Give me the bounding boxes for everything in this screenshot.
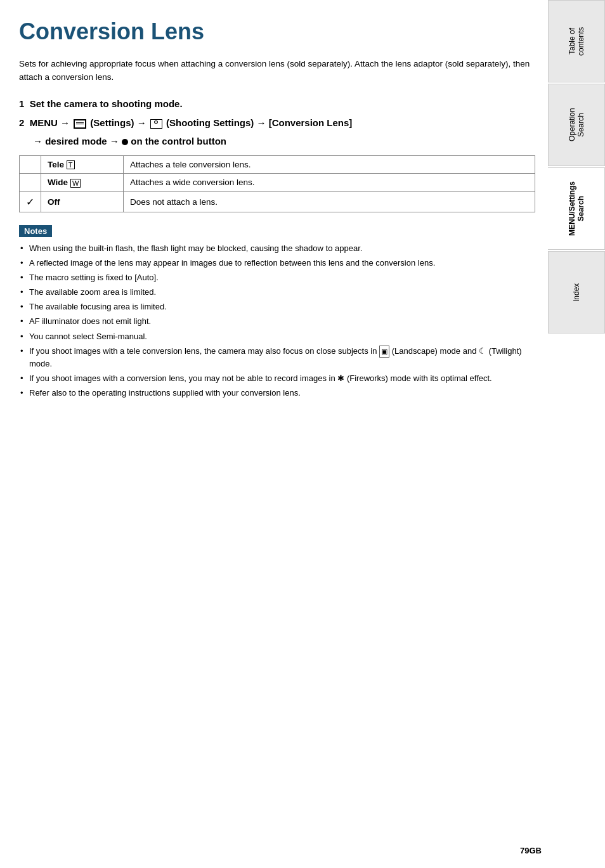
table-option-wide: Wide W	[41, 174, 124, 191]
step-1-number: 1	[19, 98, 27, 109]
step-2-line2: → desired mode → on the control button	[33, 136, 535, 146]
fireworks-icon: ✱	[337, 373, 344, 383]
table-desc-off: Does not attach a lens.	[124, 191, 535, 212]
tele-label: Tele T	[48, 160, 75, 169]
wide-icon: W	[70, 179, 81, 188]
notes-section: Notes When using the built-in flash, the…	[19, 225, 535, 400]
step-2-line1: MENU → (Settings) → (Shooting Settings) …	[30, 117, 353, 128]
step-1: 1 Set the camera to shooting mode.	[19, 97, 535, 112]
sidebar-tab-operation[interactable]: OperationSearch	[548, 84, 605, 166]
landscape-icon: ▣	[379, 346, 389, 358]
note-item: A reflected image of the lens may appear…	[19, 257, 535, 269]
step-2-number: 2	[19, 117, 27, 128]
note-item: The available focusing area is limited.	[19, 301, 535, 313]
tele-icon: T	[67, 160, 75, 169]
notes-header: Notes	[19, 225, 52, 237]
sidebar-tab-toc[interactable]: Table ofcontents	[548, 0, 605, 82]
menu-icon	[74, 119, 86, 129]
steps-section: 1 Set the camera to shooting mode. 2 MEN…	[19, 97, 535, 146]
note-item: AF illuminator does not emit light.	[19, 315, 535, 328]
note-item: You cannot select Semi-manual.	[19, 330, 535, 343]
sidebar-tab-menu[interactable]: MENU/SettingsSearch	[548, 167, 605, 250]
circle-bullet-icon	[122, 139, 128, 145]
page-number: 79GB	[520, 846, 542, 855]
note-item: Refer also to the operating instructions…	[19, 387, 535, 399]
table-desc-wide: Attaches a wide conversion lens.	[124, 174, 535, 191]
index-tab-label: Index	[572, 283, 581, 301]
sidebar-tab-index[interactable]: Index	[548, 251, 605, 334]
page-title: Conversion Lens	[19, 19, 535, 44]
table-option-tele: Tele T	[41, 155, 124, 173]
main-content: Conversion Lens Sets for achieving appro…	[19, 0, 535, 439]
wide-label: Wide W	[48, 178, 81, 187]
table-row: Tele T Attaches a tele conversion lens.	[20, 155, 535, 173]
settings-table: Tele T Attaches a tele conversion lens. …	[19, 155, 535, 212]
note-item: The macro setting is fixed to [Auto].	[19, 271, 535, 284]
table-check-off: ✓	[20, 191, 41, 212]
table-check-wide	[20, 174, 41, 191]
toc-tab-label: Table ofcontents	[568, 27, 585, 55]
intro-text: Sets for achieving appropriate focus whe…	[19, 57, 535, 84]
note-item: If you shoot images with a conversion le…	[19, 372, 535, 385]
table-row: ✓ Off Does not attach a lens.	[20, 191, 535, 212]
step-2: 2 MENU → (Settings) → (Shooting Settings…	[19, 116, 535, 131]
table-desc-tele: Attaches a tele conversion lens.	[124, 155, 535, 173]
notes-list: When using the built-in flash, the flash…	[19, 242, 535, 400]
step-1-text: Set the camera to shooting mode.	[30, 98, 183, 109]
right-sidebar: Table ofcontents OperationSearch MENU/Se…	[548, 0, 605, 868]
table-check-tele	[20, 155, 41, 173]
camera-settings-icon	[150, 119, 162, 129]
table-option-off: Off	[41, 191, 124, 212]
table-row: Wide W Attaches a wide conversion lens.	[20, 174, 535, 191]
menu-tab-label: MENU/SettingsSearch	[568, 181, 585, 236]
note-item: If you shoot images with a tele conversi…	[19, 345, 535, 370]
operation-tab-label: OperationSearch	[568, 108, 585, 142]
twilight-icon: ☾	[479, 346, 486, 356]
note-item: When using the built-in flash, the flash…	[19, 242, 535, 255]
note-item: The available zoom area is limited.	[19, 286, 535, 299]
